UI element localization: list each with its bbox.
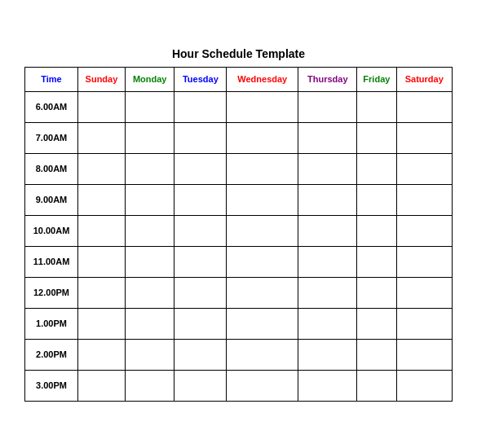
schedule-cell[interactable] — [227, 370, 298, 401]
time-cell: 1.00PM — [25, 308, 78, 339]
schedule-cell[interactable] — [174, 91, 227, 122]
schedule-cell[interactable] — [357, 308, 396, 339]
schedule-cell[interactable] — [174, 277, 227, 308]
schedule-cell[interactable] — [357, 277, 396, 308]
schedule-cell[interactable] — [357, 215, 396, 246]
schedule-cell[interactable] — [396, 308, 452, 339]
schedule-cell[interactable] — [125, 370, 174, 401]
time-cell: 10.00AM — [25, 215, 78, 246]
schedule-cell[interactable] — [357, 153, 396, 184]
table-row: 3.00PM — [25, 370, 453, 401]
time-cell: 9.00AM — [25, 184, 78, 215]
schedule-cell[interactable] — [174, 153, 227, 184]
schedule-cell[interactable] — [357, 122, 396, 153]
schedule-cell[interactable] — [396, 246, 452, 277]
time-cell: 8.00AM — [25, 153, 78, 184]
schedule-cell[interactable] — [125, 91, 174, 122]
schedule-cell[interactable] — [174, 184, 227, 215]
schedule-cell[interactable] — [298, 122, 357, 153]
time-cell: 7.00AM — [25, 122, 78, 153]
schedule-cell[interactable] — [396, 370, 452, 401]
schedule-cell[interactable] — [357, 370, 396, 401]
schedule-cell[interactable] — [125, 153, 174, 184]
schedule-cell[interactable] — [298, 91, 357, 122]
schedule-cell[interactable] — [298, 215, 357, 246]
header-tuesday: Tuesday — [174, 67, 227, 91]
schedule-cell[interactable] — [78, 370, 126, 401]
schedule-cell[interactable] — [298, 246, 357, 277]
schedule-cell[interactable] — [357, 246, 396, 277]
header-time: Time — [25, 67, 78, 91]
header-row: Time Sunday Monday Tuesday Wednesday Thu… — [25, 67, 453, 91]
table-row: 6.00AM — [25, 91, 453, 122]
table-row: 9.00AM — [25, 184, 453, 215]
table-row: 7.00AM — [25, 122, 453, 153]
schedule-cell[interactable] — [357, 91, 396, 122]
schedule-cell[interactable] — [298, 153, 357, 184]
time-cell: 12.00PM — [25, 277, 78, 308]
page-container: Hour Schedule Template Time Sunday Monda… — [16, 39, 461, 410]
schedule-cell[interactable] — [78, 246, 126, 277]
table-row: 12.00PM — [25, 277, 453, 308]
table-row: 2.00PM — [25, 339, 453, 370]
schedule-cell[interactable] — [78, 91, 126, 122]
schedule-cell[interactable] — [298, 277, 357, 308]
schedule-cell[interactable] — [396, 153, 452, 184]
schedule-cell[interactable] — [227, 277, 298, 308]
schedule-cell[interactable] — [174, 122, 227, 153]
table-row: 10.00AM — [25, 215, 453, 246]
schedule-cell[interactable] — [125, 246, 174, 277]
schedule-cell[interactable] — [78, 308, 126, 339]
schedule-cell[interactable] — [125, 215, 174, 246]
schedule-cell[interactable] — [125, 308, 174, 339]
schedule-cell[interactable] — [227, 122, 298, 153]
time-cell: 6.00AM — [25, 91, 78, 122]
schedule-cell[interactable] — [396, 339, 452, 370]
schedule-cell[interactable] — [174, 370, 227, 401]
schedule-cell[interactable] — [174, 215, 227, 246]
schedule-cell[interactable] — [298, 339, 357, 370]
schedule-cell[interactable] — [125, 122, 174, 153]
header-thursday: Thursday — [298, 67, 357, 91]
time-cell: 11.00AM — [25, 246, 78, 277]
schedule-cell[interactable] — [174, 246, 227, 277]
schedule-cell[interactable] — [396, 215, 452, 246]
table-row: 8.00AM — [25, 153, 453, 184]
time-cell: 2.00PM — [25, 339, 78, 370]
header-sunday: Sunday — [78, 67, 126, 91]
schedule-cell[interactable] — [298, 308, 357, 339]
header-saturday: Saturday — [396, 67, 452, 91]
schedule-cell[interactable] — [396, 122, 452, 153]
schedule-table: Time Sunday Monday Tuesday Wednesday Thu… — [24, 67, 453, 402]
schedule-cell[interactable] — [227, 339, 298, 370]
schedule-cell[interactable] — [78, 339, 126, 370]
header-monday: Monday — [125, 67, 174, 91]
schedule-cell[interactable] — [78, 215, 126, 246]
schedule-cell[interactable] — [78, 153, 126, 184]
schedule-cell[interactable] — [357, 339, 396, 370]
schedule-cell[interactable] — [227, 246, 298, 277]
schedule-cell[interactable] — [78, 122, 126, 153]
schedule-cell[interactable] — [125, 277, 174, 308]
schedule-cell[interactable] — [396, 91, 452, 122]
page-title: Hour Schedule Template — [24, 47, 453, 60]
schedule-cell[interactable] — [78, 184, 126, 215]
schedule-cell[interactable] — [125, 339, 174, 370]
header-wednesday: Wednesday — [227, 67, 298, 91]
schedule-cell[interactable] — [298, 370, 357, 401]
schedule-cell[interactable] — [227, 153, 298, 184]
schedule-cell[interactable] — [357, 184, 396, 215]
time-cell: 3.00PM — [25, 370, 78, 401]
schedule-cell[interactable] — [227, 215, 298, 246]
schedule-cell[interactable] — [125, 184, 174, 215]
header-friday: Friday — [357, 67, 396, 91]
schedule-cell[interactable] — [174, 308, 227, 339]
schedule-cell[interactable] — [298, 184, 357, 215]
schedule-cell[interactable] — [227, 184, 298, 215]
schedule-cell[interactable] — [78, 277, 126, 308]
schedule-cell[interactable] — [396, 277, 452, 308]
schedule-cell[interactable] — [396, 184, 452, 215]
schedule-cell[interactable] — [174, 339, 227, 370]
schedule-cell[interactable] — [227, 308, 298, 339]
schedule-cell[interactable] — [227, 91, 298, 122]
